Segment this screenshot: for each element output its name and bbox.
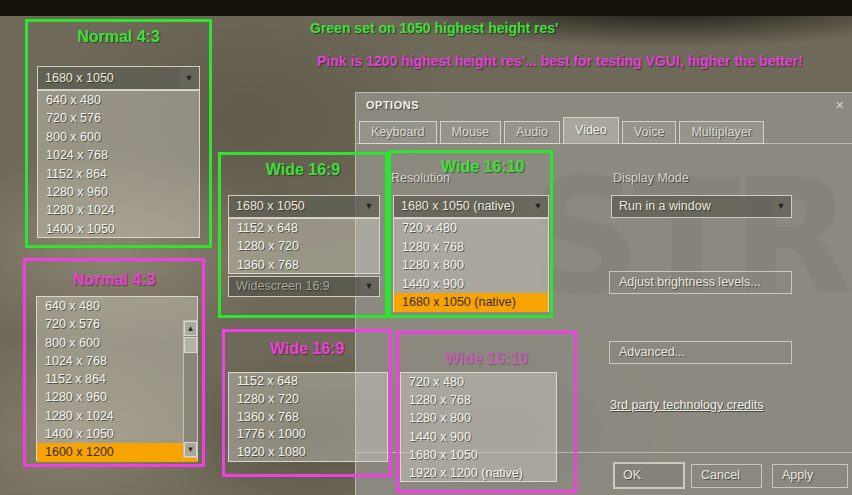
pink-normal-43-option-list: 640 x 480720 x 576800 x 6001024 x 768115… — [36, 296, 198, 461]
green-box-normal-43-title: Normal 4:3 — [28, 28, 209, 46]
resolution-option[interactable]: 1400 x 1050 — [38, 220, 199, 238]
resolution-option[interactable]: 1280 x 1024 — [38, 201, 199, 219]
scroll-up-button[interactable]: ▲ — [184, 321, 197, 336]
resolution-option[interactable]: 720 x 480 — [401, 373, 556, 391]
dropdown-arrow-button[interactable]: ▼ — [360, 278, 378, 295]
resolution-option[interactable]: 1152 x 864 — [38, 165, 199, 183]
dropdown-arrow-button[interactable]: ▼ — [180, 68, 198, 88]
close-icon[interactable]: × — [835, 96, 844, 113]
display-mode-value: Run in a window — [619, 199, 711, 213]
resolution-option[interactable]: 1360 x 768 — [229, 409, 387, 427]
normal-43-option-list: 640 x 480720 x 576800 x 6001024 x 768115… — [37, 90, 200, 238]
adjust-brightness-button[interactable]: Adjust brightness levels... — [609, 271, 792, 294]
chevron-down-icon: ▼ — [185, 67, 194, 89]
resolution-option[interactable]: 640 x 480 — [37, 297, 197, 315]
wide-169-option-list: 1152 x 6481280 x 7201360 x 768 — [228, 218, 380, 274]
background-dark-strip — [0, 0, 852, 16]
widescreen-169-dropdown-value: Widescreen 16:9 — [236, 279, 330, 293]
resolution-option[interactable]: 1280 x 1024 — [37, 407, 197, 425]
resolution-option[interactable]: 1776 x 1000 — [229, 426, 387, 444]
wide-169-dropdown[interactable]: 1680 x 1050 ▼ — [228, 195, 380, 218]
green-note-text: Green set on 1050 highest height res' — [310, 20, 558, 36]
tab-bar: KeyboardMouseAudioVideoVoiceMultiplayer — [359, 117, 767, 144]
wide-169-dropdown-value: 1680 x 1050 — [236, 199, 305, 213]
pink-box-normal-43-title: Normal 4:3 — [26, 271, 202, 289]
resolution-option[interactable]: 1280 x 720 — [229, 237, 379, 255]
green-box-wide-169-title: Wide 16:9 — [221, 161, 385, 179]
scroll-down-icon: ▼ — [187, 446, 195, 454]
resolution-option[interactable]: 1680 x 1050 — [401, 446, 556, 464]
resolution-option[interactable]: 1400 x 1050 — [37, 425, 197, 443]
third-party-credits-link[interactable]: 3rd party technology credits — [610, 398, 764, 412]
pink-wide-1610-option-list: 720 x 4801280 x 7681280 x 8001440 x 9001… — [400, 372, 557, 482]
normal-43-dropdown-value: 1680 x 1050 — [45, 71, 114, 85]
green-box-wide-1610: Wide 16:10 — [388, 150, 553, 318]
tab[interactable]: Voice — [622, 121, 677, 144]
resolution-option[interactable]: 1280 x 800 — [401, 409, 556, 427]
apply-button[interactable]: Apply — [772, 464, 848, 488]
resolution-option[interactable]: 1280 x 960 — [37, 388, 197, 406]
chevron-down-icon: ▼ — [365, 196, 374, 217]
pink-box-wide-1610-title: Wide 16:10 — [399, 350, 574, 368]
resolution-option[interactable]: 640 x 480 — [38, 91, 199, 109]
display-mode-dropdown[interactable]: Run in a window ▼ — [611, 195, 792, 218]
scroll-down-button[interactable]: ▼ — [184, 442, 197, 457]
green-box-wide-1610-title: Wide 16:10 — [441, 158, 546, 176]
resolution-option[interactable]: 720 x 576 — [37, 315, 197, 333]
screenshot-stage: STRIKE OPTIONS × KeyboardMouseAudioVideo… — [0, 0, 852, 495]
dialog-title: OPTIONS — [366, 99, 419, 111]
resolution-option[interactable]: 1152 x 648 — [229, 373, 387, 391]
resolution-option[interactable]: 1024 x 768 — [38, 146, 199, 164]
resolution-option[interactable]: 720 x 576 — [38, 109, 199, 127]
resolution-option[interactable]: 1152 x 648 — [229, 219, 379, 237]
advanced-button[interactable]: Advanced... — [609, 341, 792, 364]
tab[interactable]: Multiplayer — [679, 121, 763, 144]
tab[interactable]: Mouse — [440, 121, 502, 144]
tab[interactable]: Keyboard — [359, 121, 437, 144]
dropdown-arrow-button[interactable]: ▼ — [360, 197, 378, 216]
scrollbar-thumb[interactable] — [184, 337, 197, 353]
resolution-option[interactable]: 1024 x 768 — [37, 352, 197, 370]
display-mode-label: Display Mode — [613, 171, 689, 185]
ok-button[interactable]: OK — [613, 462, 685, 489]
chevron-down-icon: ▼ — [365, 277, 374, 296]
widescreen-169-dropdown[interactable]: Widescreen 16:9 ▼ — [228, 276, 380, 297]
chevron-down-icon: ▼ — [777, 196, 786, 217]
resolution-option[interactable]: 1920 x 1200 (native) — [401, 464, 556, 482]
pink-box-wide-169-title: Wide 16:9 — [225, 340, 389, 358]
list-scrollbar[interactable]: ▲ ▼ — [183, 320, 198, 458]
resolution-option[interactable]: 1440 x 900 — [401, 428, 556, 446]
resolution-option[interactable]: 1280 x 720 — [229, 391, 387, 409]
resolution-option[interactable]: 1920 x 1080 — [229, 444, 387, 462]
pink-wide-169-option-list: 1152 x 6481280 x 7201360 x 7681776 x 100… — [228, 372, 388, 462]
normal-43-dropdown[interactable]: 1680 x 1050 ▼ — [37, 66, 200, 90]
resolution-option[interactable]: 1280 x 768 — [401, 391, 556, 409]
resolution-option[interactable]: 800 x 600 — [37, 334, 197, 352]
scroll-up-icon: ▲ — [187, 325, 195, 333]
cancel-button[interactable]: Cancel — [691, 464, 762, 488]
resolution-option[interactable]: 800 x 600 — [38, 128, 199, 146]
pink-note-text: Pink is 1200 highest height res'... best… — [317, 53, 803, 69]
tab[interactable]: Video — [563, 117, 619, 144]
resolution-option[interactable]: 1280 x 960 — [38, 183, 199, 201]
resolution-option[interactable]: 1600 x 1200 — [37, 443, 197, 461]
resolution-option[interactable]: 1360 x 768 — [229, 256, 379, 274]
resolution-option[interactable]: 1152 x 864 — [37, 370, 197, 388]
tab[interactable]: Audio — [504, 121, 560, 144]
tab-baseline-divider — [356, 143, 852, 144]
dropdown-arrow-button[interactable]: ▼ — [772, 197, 790, 216]
